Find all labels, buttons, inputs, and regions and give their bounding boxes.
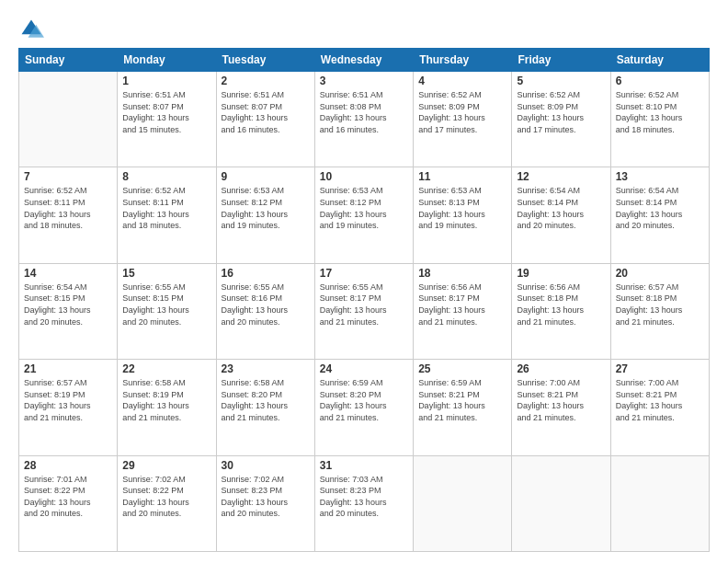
day-info: Sunrise: 6:56 AM Sunset: 8:17 PM Dayligh… [418,282,506,327]
calendar-day-cell: 8Sunrise: 6:52 AM Sunset: 8:11 PM Daylig… [118,167,216,263]
calendar-week-row: 7Sunrise: 6:52 AM Sunset: 8:11 PM Daylig… [19,167,710,263]
day-info: Sunrise: 6:52 AM Sunset: 8:10 PM Dayligh… [616,89,704,135]
page: SundayMondayTuesdayWednesdayThursdayFrid… [0,0,728,563]
day-number: 4 [418,75,506,87]
day-number: 30 [222,459,310,472]
calendar-day-cell: 24Sunrise: 6:59 AM Sunset: 8:20 PM Dayli… [314,360,413,455]
calendar-day-cell: 9Sunrise: 6:53 AM Sunset: 8:12 PM Daylig… [216,167,314,263]
calendar-day-cell: 13Sunrise: 6:54 AM Sunset: 8:14 PM Dayli… [610,167,709,263]
day-info: Sunrise: 6:54 AM Sunset: 8:15 PM Dayligh… [24,282,112,327]
day-number: 9 [222,170,310,183]
calendar-day-cell: 12Sunrise: 6:54 AM Sunset: 8:14 PM Dayli… [512,167,610,263]
day-number: 20 [616,267,704,280]
day-number: 21 [24,362,112,375]
calendar-day-cell: 28Sunrise: 7:01 AM Sunset: 8:22 PM Dayli… [19,455,118,551]
calendar-day-cell: 11Sunrise: 6:53 AM Sunset: 8:13 PM Dayli… [414,167,512,263]
calendar-day-cell: 27Sunrise: 7:00 AM Sunset: 8:21 PM Dayli… [610,360,709,455]
calendar-week-row: 14Sunrise: 6:54 AM Sunset: 8:15 PM Dayli… [19,263,710,359]
calendar-day-cell: 26Sunrise: 7:00 AM Sunset: 8:21 PM Dayli… [512,360,610,455]
calendar-weekday-header: Wednesday [314,49,413,72]
calendar-day-cell: 18Sunrise: 6:56 AM Sunset: 8:17 PM Dayli… [414,263,512,359]
day-info: Sunrise: 6:52 AM Sunset: 8:11 PM Dayligh… [24,185,112,231]
day-info: Sunrise: 6:59 AM Sunset: 8:21 PM Dayligh… [418,377,506,423]
day-number: 19 [517,267,605,280]
day-number: 31 [320,459,408,472]
day-info: Sunrise: 7:00 AM Sunset: 8:21 PM Dayligh… [616,377,704,423]
day-info: Sunrise: 6:58 AM Sunset: 8:19 PM Dayligh… [122,377,210,423]
calendar-day-cell: 6Sunrise: 6:52 AM Sunset: 8:10 PM Daylig… [610,72,709,167]
calendar-weekday-header: Tuesday [216,49,314,72]
day-number: 1 [122,75,210,87]
calendar-header-row: SundayMondayTuesdayWednesdayThursdayFrid… [19,49,710,72]
calendar-week-row: 28Sunrise: 7:01 AM Sunset: 8:22 PM Dayli… [19,455,710,551]
day-number: 26 [517,362,605,375]
day-number: 29 [122,459,210,472]
calendar-day-cell: 23Sunrise: 6:58 AM Sunset: 8:20 PM Dayli… [216,360,314,455]
day-number: 8 [122,170,210,183]
day-info: Sunrise: 6:55 AM Sunset: 8:16 PM Dayligh… [222,282,310,327]
day-info: Sunrise: 7:02 AM Sunset: 8:23 PM Dayligh… [222,474,310,520]
day-info: Sunrise: 7:03 AM Sunset: 8:23 PM Dayligh… [320,474,408,520]
calendar-day-cell [610,455,709,551]
day-info: Sunrise: 7:00 AM Sunset: 8:21 PM Dayligh… [517,377,605,423]
calendar-day-cell: 19Sunrise: 6:56 AM Sunset: 8:18 PM Dayli… [512,263,610,359]
calendar-weekday-header: Sunday [19,49,118,72]
day-number: 22 [122,362,210,375]
calendar-table: SundayMondayTuesdayWednesdayThursdayFrid… [18,48,710,552]
day-info: Sunrise: 6:59 AM Sunset: 8:20 PM Dayligh… [320,377,408,423]
logo [18,17,48,42]
calendar-weekday-header: Thursday [414,49,512,72]
calendar-day-cell: 22Sunrise: 6:58 AM Sunset: 8:19 PM Dayli… [118,360,216,455]
day-number: 7 [24,170,112,183]
day-number: 25 [418,362,506,375]
day-info: Sunrise: 6:56 AM Sunset: 8:18 PM Dayligh… [517,282,605,327]
calendar-day-cell: 14Sunrise: 6:54 AM Sunset: 8:15 PM Dayli… [19,263,118,359]
calendar-day-cell: 25Sunrise: 6:59 AM Sunset: 8:21 PM Dayli… [414,360,512,455]
day-number: 16 [222,267,310,280]
calendar-day-cell: 30Sunrise: 7:02 AM Sunset: 8:23 PM Dayli… [216,455,314,551]
calendar-day-cell: 10Sunrise: 6:53 AM Sunset: 8:12 PM Dayli… [314,167,413,263]
calendar-day-cell: 3Sunrise: 6:51 AM Sunset: 8:08 PM Daylig… [314,72,413,167]
day-info: Sunrise: 6:57 AM Sunset: 8:18 PM Dayligh… [616,282,704,327]
day-info: Sunrise: 6:51 AM Sunset: 8:07 PM Dayligh… [122,89,210,135]
calendar-weekday-header: Saturday [610,49,709,72]
day-number: 18 [418,267,506,280]
day-info: Sunrise: 6:52 AM Sunset: 8:09 PM Dayligh… [517,89,605,135]
calendar-day-cell: 2Sunrise: 6:51 AM Sunset: 8:07 PM Daylig… [216,72,314,167]
calendar-day-cell: 4Sunrise: 6:52 AM Sunset: 8:09 PM Daylig… [414,72,512,167]
day-number: 11 [418,170,506,183]
day-number: 24 [320,362,408,375]
calendar-day-cell: 31Sunrise: 7:03 AM Sunset: 8:23 PM Dayli… [314,455,413,551]
header [18,17,710,42]
day-number: 5 [517,75,605,87]
day-info: Sunrise: 6:53 AM Sunset: 8:12 PM Dayligh… [320,185,408,231]
day-info: Sunrise: 6:53 AM Sunset: 8:12 PM Dayligh… [222,185,310,231]
calendar-day-cell: 20Sunrise: 6:57 AM Sunset: 8:18 PM Dayli… [610,263,709,359]
calendar-day-cell [414,455,512,551]
day-info: Sunrise: 6:53 AM Sunset: 8:13 PM Dayligh… [418,185,506,231]
calendar-weekday-header: Monday [118,49,216,72]
day-number: 10 [320,170,408,183]
calendar-day-cell [19,72,118,167]
calendar-day-cell: 16Sunrise: 6:55 AM Sunset: 8:16 PM Dayli… [216,263,314,359]
calendar-day-cell: 7Sunrise: 6:52 AM Sunset: 8:11 PM Daylig… [19,167,118,263]
day-info: Sunrise: 7:02 AM Sunset: 8:22 PM Dayligh… [122,474,210,520]
day-info: Sunrise: 6:57 AM Sunset: 8:19 PM Dayligh… [24,377,112,423]
day-number: 27 [616,362,704,375]
day-number: 12 [517,170,605,183]
calendar-day-cell: 5Sunrise: 6:52 AM Sunset: 8:09 PM Daylig… [512,72,610,167]
day-number: 17 [320,267,408,280]
day-number: 13 [616,170,704,183]
logo-icon [18,17,44,42]
day-info: Sunrise: 6:55 AM Sunset: 8:15 PM Dayligh… [122,282,210,327]
day-info: Sunrise: 7:01 AM Sunset: 8:22 PM Dayligh… [24,474,112,520]
day-number: 23 [222,362,310,375]
calendar-day-cell: 21Sunrise: 6:57 AM Sunset: 8:19 PM Dayli… [19,360,118,455]
day-info: Sunrise: 6:51 AM Sunset: 8:08 PM Dayligh… [320,89,408,135]
calendar-week-row: 21Sunrise: 6:57 AM Sunset: 8:19 PM Dayli… [19,360,710,455]
day-number: 6 [616,75,704,87]
day-info: Sunrise: 6:58 AM Sunset: 8:20 PM Dayligh… [222,377,310,423]
day-number: 28 [24,459,112,472]
day-number: 15 [122,267,210,280]
day-info: Sunrise: 6:52 AM Sunset: 8:09 PM Dayligh… [418,89,506,135]
